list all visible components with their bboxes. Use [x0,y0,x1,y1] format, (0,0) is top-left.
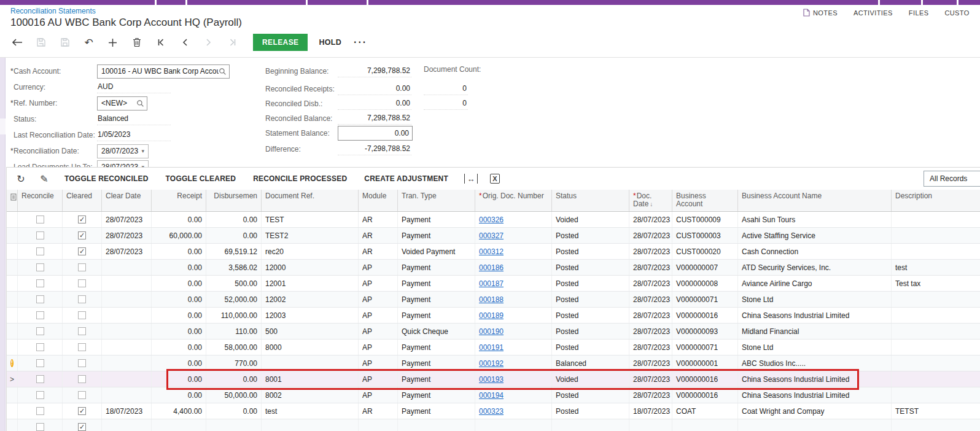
orig-doc-link[interactable]: 000191 [479,343,504,352]
first-record-icon[interactable] [149,33,173,52]
table-row[interactable]: ✓ [7,419,980,431]
column-header-reconcile[interactable]: Reconcile [18,190,63,211]
reconcile-checkbox[interactable] [36,295,44,303]
orig-doc-link[interactable]: 000190 [479,327,504,336]
column-header-doc_date[interactable]: *Doc. Date↓ [629,190,672,211]
column-header-document_ref[interactable]: Document Ref. [262,190,359,211]
cleared-checkbox[interactable]: ✓ [78,407,86,415]
reconcile-checkbox[interactable] [36,263,44,271]
chevron-down-icon[interactable]: ▾ [141,148,144,154]
table-row[interactable]: 0.0050,000.008002APPayment000194Posted28… [7,387,980,403]
column-header-description[interactable]: Description [892,190,980,211]
orig-doc-link[interactable]: 000323 [479,407,504,416]
reconcile-checkbox[interactable] [36,343,44,351]
more-actions-button[interactable]: ··· [354,37,367,48]
cleared-checkbox[interactable] [78,263,86,271]
ref-number-input[interactable]: <NEW> [97,96,147,111]
column-header-module[interactable]: Module [359,190,398,211]
column-header-cleared[interactable]: Cleared [63,190,102,211]
reconcile-checkbox[interactable] [36,423,44,431]
hold-button[interactable]: HOLD [319,34,341,51]
column-header-disbursement[interactable]: Disbursemen [206,190,262,211]
table-row[interactable]: 0.00110,000.0012003APPayment000189Posted… [7,308,980,324]
files-button[interactable]: FILES [909,9,929,17]
column-header-business_account_name[interactable]: Business Account Name [738,190,892,211]
orig-doc-link[interactable]: 000186 [479,263,504,272]
reconcile-checkbox[interactable] [36,311,44,319]
cleared-checkbox[interactable] [78,375,86,383]
reconcile-checkbox[interactable] [36,231,44,239]
cleared-checkbox[interactable] [78,311,86,319]
release-button[interactable]: RELEASE [253,34,308,51]
toggle-cleared-button[interactable]: TOGGLE CLEARED [157,174,245,183]
column-header-status[interactable]: Status [552,190,629,211]
edit-pencil-icon[interactable]: ✎ [33,170,56,187]
orig-doc-link[interactable]: 000187 [479,279,504,288]
toggle-reconciled-button[interactable]: TOGGLE RECONCILED [56,174,157,183]
prev-record-icon[interactable] [173,33,196,52]
table-row[interactable]: ✓18/07/20234,400.000.00testARPayment0003… [7,403,980,419]
cancel-icon[interactable]: ↶ [77,33,101,52]
orig-doc-link[interactable]: 000188 [479,295,504,304]
table-row[interactable]: >0.000.008001APPayment000193Voided28/07/… [7,371,980,387]
reconcile-checkbox[interactable] [36,247,44,255]
back-icon[interactable] [5,33,29,52]
notes-button[interactable]: NOTES [803,9,838,17]
cleared-checkbox[interactable]: ✓ [78,216,86,223]
table-row[interactable]: 0.0058,000.008000APPayment000191Posted28… [7,340,980,355]
reconcile-checkbox[interactable] [36,391,44,399]
reconciliation-date-input[interactable]: 28/07/2023 ▾ [97,144,149,158]
refresh-icon[interactable]: ↻ [9,170,33,187]
reconcile-checkbox[interactable] [36,216,44,223]
statement-balance-input[interactable] [338,126,413,141]
table-row[interactable]: ✓28/07/20230.0069,519.12rec20ARVoided Pa… [7,244,980,260]
table-row[interactable]: ✓28/07/202360,000.000.00TEST2ARPayment00… [7,228,980,244]
cleared-checkbox[interactable] [78,359,86,367]
lookup-icon[interactable] [219,68,227,76]
breadcrumb[interactable]: Reconciliation Statements [10,7,96,15]
reconcile-checkbox[interactable] [36,407,44,415]
cleared-checkbox[interactable] [78,279,86,287]
filter-dropdown[interactable]: All Records [924,171,980,187]
reconcile-checkbox[interactable] [36,359,44,367]
reconcile-processed-button[interactable]: RECONCILE PROCESSED [244,174,356,183]
orig-doc-link[interactable]: 000193 [479,375,504,384]
cleared-checkbox[interactable] [78,343,86,351]
row-notes-column-header[interactable] [7,190,18,211]
reconcile-checkbox[interactable] [36,327,44,335]
cleared-checkbox[interactable] [78,327,86,335]
orig-doc-link[interactable]: 000327 [479,231,504,240]
reconcile-checkbox[interactable] [36,279,44,287]
cash-account-input[interactable]: 100016 - AU WBC Bank Corp Account [97,64,230,79]
orig-doc-link[interactable]: 000189 [479,311,504,320]
export-excel-icon[interactable]: X [490,174,500,184]
column-header-receipt[interactable]: Receipt [152,190,206,211]
lookup-icon[interactable] [136,99,144,107]
column-header-business_account[interactable]: Business Account [672,190,738,211]
column-header-orig_doc_number[interactable]: *Orig. Doc. Number [475,190,552,211]
orig-doc-link[interactable]: 000192 [479,359,504,368]
customization-button[interactable]: CUSTO [944,9,969,17]
cleared-checkbox[interactable] [78,391,86,399]
column-header-tran_type[interactable]: Tran. Type [398,190,475,211]
add-icon[interactable] [101,33,125,52]
reconcile-checkbox[interactable] [36,375,44,383]
cleared-checkbox[interactable]: ✓ [78,247,86,255]
cleared-checkbox[interactable]: ✓ [78,231,86,239]
activities-button[interactable]: ACTIVITIES [854,9,893,17]
cleared-checkbox[interactable]: ✓ [78,423,86,431]
table-row[interactable]: !0.00770.00APPayment000192Balanced28/07/… [7,355,980,371]
column-header-clear_date[interactable]: Clear Date [102,190,152,211]
delete-icon[interactable] [125,33,149,52]
table-row[interactable]: 0.0052,000.0012002APPayment000188Posted2… [7,292,980,308]
table-row[interactable]: 0.003,586.0212000APPayment000186Posted28… [7,260,980,276]
orig-doc-link[interactable]: 000326 [479,216,504,224]
table-row[interactable]: 0.00110.00500APQuick Cheque000190Posted2… [7,324,980,340]
orig-doc-link[interactable]: 000312 [479,247,504,256]
create-adjustment-button[interactable]: CREATE ADJUSTMENT [356,174,457,183]
fit-to-screen-icon[interactable]: ↔ [464,174,478,184]
orig-doc-link[interactable]: 000194 [479,391,504,400]
table-row[interactable]: ✓28/07/20230.000.00TESTARPayment000326Vo… [7,212,980,228]
table-row[interactable]: 0.00500.0012001APPayment000187Posted28/0… [7,276,980,292]
cleared-checkbox[interactable] [78,295,86,303]
